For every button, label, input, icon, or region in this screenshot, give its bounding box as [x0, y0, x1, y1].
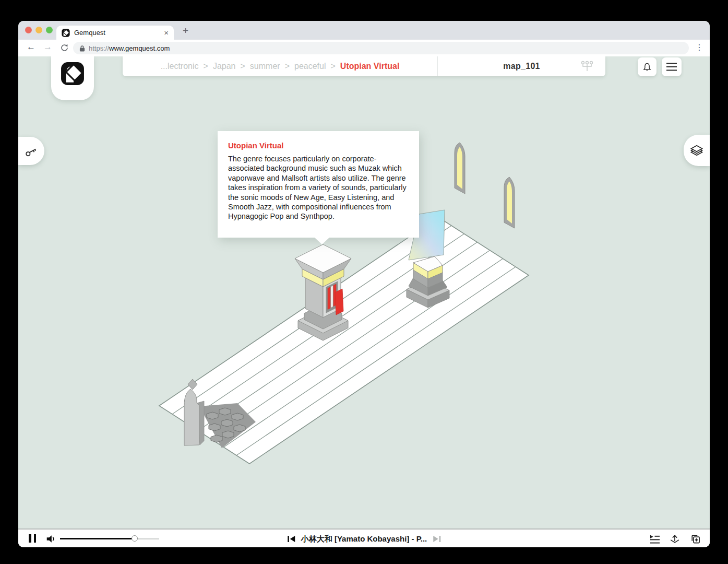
- tooltip-pointer: [315, 238, 329, 244]
- pause-button[interactable]: [29, 534, 36, 543]
- browser-menu-icon[interactable]: ⋮: [695, 42, 703, 52]
- browser-tab[interactable]: Gemquest ×: [56, 26, 174, 40]
- next-track-icon[interactable]: [433, 535, 441, 543]
- music-player-bar: 小林大和 [Yamato Kobayashi] - P...: [18, 528, 710, 547]
- browser-toolbar: ← → https://www.gemquest.com ⋮: [18, 40, 710, 56]
- reload-button[interactable]: [60, 43, 69, 52]
- now-playing: 小林大和 [Yamato Kobayashi] - P...: [287, 530, 441, 547]
- tab-strip: Gemquest × +: [18, 21, 710, 40]
- minimize-window-button[interactable]: [35, 27, 42, 33]
- playlist-icon[interactable]: [649, 534, 660, 544]
- url-bar[interactable]: https://www.gemquest.com: [73, 42, 689, 54]
- map-name-box: map_101: [437, 56, 605, 76]
- top-navigation-bar: ...lectronic > Japan > summer > peaceful…: [123, 56, 605, 76]
- previous-track-icon[interactable]: [287, 535, 295, 543]
- site-logo-tab[interactable]: [51, 56, 94, 100]
- arch-window-left: [455, 143, 465, 194]
- layers-icon: [689, 144, 704, 157]
- fork-tree-icon[interactable]: [580, 61, 594, 72]
- hamburger-icon: [666, 62, 677, 72]
- key-icon: [24, 144, 39, 158]
- lock-icon: [79, 45, 85, 52]
- gem-logo-icon: [61, 62, 85, 86]
- url-protocol: https://: [89, 44, 109, 52]
- breadcrumb-item[interactable]: Japan: [213, 62, 236, 71]
- breadcrumb-item[interactable]: summer: [250, 62, 280, 71]
- player-actions: [649, 530, 700, 547]
- breadcrumb: ...lectronic > Japan > summer > peaceful…: [123, 56, 437, 76]
- leaning-red-book: [335, 289, 343, 315]
- export-icon[interactable]: [669, 534, 681, 544]
- layers-panel-tab[interactable]: [684, 135, 710, 166]
- close-window-button[interactable]: [25, 27, 32, 33]
- zoom-window-button[interactable]: [46, 27, 53, 33]
- tab-close-icon[interactable]: ×: [164, 28, 169, 37]
- favicon-gem-icon: [62, 29, 70, 37]
- arch-window-right: [504, 177, 515, 228]
- forward-button[interactable]: →: [43, 42, 52, 52]
- tab-title: Gemquest: [74, 29, 160, 37]
- breadcrumb-separator: >: [204, 62, 208, 71]
- volume-slider[interactable]: [60, 538, 159, 539]
- breadcrumb-separator: >: [285, 62, 290, 71]
- isometric-map-canvas[interactable]: [18, 56, 710, 528]
- breadcrumb-item-active[interactable]: Utopian Virtual: [340, 62, 400, 71]
- genre-tooltip: Utopian Virtual The genre focuses partic…: [218, 131, 419, 238]
- notifications-button[interactable]: [638, 57, 657, 76]
- bell-icon: [642, 62, 652, 73]
- breadcrumb-item[interactable]: peaceful: [294, 62, 326, 71]
- browser-window: Gemquest × + ← → https://www.gemquest.co…: [18, 21, 710, 547]
- tooltip-body: The genre focuses particularly on corpor…: [228, 154, 409, 221]
- new-tab-button[interactable]: +: [183, 25, 188, 37]
- map-name: map_101: [503, 62, 540, 71]
- breadcrumb-item[interactable]: ...lectronic: [161, 62, 199, 71]
- track-title: 小林大和 [Yamato Kobayashi] - P...: [301, 534, 427, 544]
- map-stage: ...lectronic > Japan > summer > peaceful…: [18, 56, 710, 528]
- volume-icon[interactable]: [45, 534, 56, 544]
- back-button[interactable]: ←: [27, 42, 35, 52]
- duplicate-plus-icon[interactable]: [689, 534, 700, 544]
- breadcrumb-separator: >: [330, 62, 335, 71]
- volume-slider-thumb[interactable]: [132, 535, 138, 542]
- menu-button[interactable]: [662, 57, 682, 76]
- breadcrumb-separator: >: [241, 62, 245, 71]
- page-content: ...lectronic > Japan > summer > peaceful…: [18, 56, 710, 547]
- url-host: www.gemquest.com: [109, 44, 170, 52]
- tooltip-title: Utopian Virtual: [228, 141, 409, 150]
